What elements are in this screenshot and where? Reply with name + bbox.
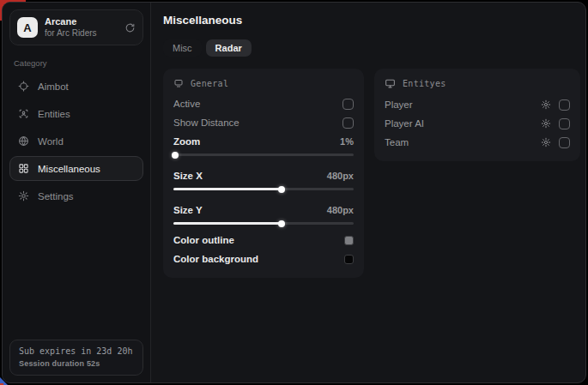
sidebar: A Arcane for Arc Riders Category xyxy=(3,3,151,382)
panel-general-header: General xyxy=(173,78,354,88)
crosshair-icon xyxy=(18,81,29,92)
sub-expiry-text: Sub expires in 23d 20h xyxy=(19,346,134,356)
zoom-value: 1% xyxy=(340,136,354,147)
grid-icon xyxy=(18,163,29,174)
setting-row-active: Active xyxy=(173,94,354,113)
subscription-info: Sub expires in 23d 20h Session duration … xyxy=(9,340,143,376)
entity-row-player: Player xyxy=(385,95,570,114)
setting-row-show-distance: Show Distance xyxy=(173,113,354,132)
active-checkbox[interactable] xyxy=(342,99,354,110)
zoom-slider-thumb[interactable] xyxy=(172,152,179,159)
color-outline-swatch[interactable] xyxy=(344,236,354,245)
tab-bar: Misc Radar xyxy=(163,39,580,57)
monitor-icon xyxy=(385,78,396,89)
zoom-slider[interactable] xyxy=(173,153,354,156)
panel-entities-header: Entityes xyxy=(385,78,570,89)
globe-icon xyxy=(18,135,29,147)
team-checkbox[interactable] xyxy=(559,137,570,148)
app-brand: A Arcane for Arc Riders xyxy=(9,9,143,45)
sidebar-item-miscellaneous[interactable]: Miscellaneous xyxy=(9,156,143,181)
panel-entities: Entityes Player xyxy=(374,69,580,161)
show-distance-checkbox[interactable] xyxy=(342,117,354,129)
setting-row-color-background: Color background xyxy=(173,250,354,268)
size-x-value: 480px xyxy=(327,171,354,181)
sidebar-item-label: World xyxy=(38,136,64,147)
desktop-background: A Arcane for Arc Riders Category xyxy=(0,0,588,385)
sidebar-item-label: Miscellaneous xyxy=(38,164,100,174)
sidebar-nav: Aimbot Entities Wo xyxy=(9,74,143,208)
brand-text: Arcane for Arc Riders xyxy=(45,16,97,39)
entity-label: Player AI xyxy=(385,118,424,129)
panel-general-title: General xyxy=(191,79,228,88)
setting-label: Size X xyxy=(173,171,203,181)
player-ai-settings-gear-icon[interactable] xyxy=(541,118,551,129)
page-title: Miscellaneous xyxy=(163,14,580,27)
size-y-slider[interactable] xyxy=(173,222,354,225)
sidebar-item-aimbot[interactable]: Aimbot xyxy=(9,74,143,99)
setting-label: Color background xyxy=(173,254,258,264)
size-y-slider-thumb[interactable] xyxy=(278,220,285,227)
sync-icon[interactable] xyxy=(124,22,136,33)
gear-icon xyxy=(18,190,29,202)
team-settings-gear-icon[interactable] xyxy=(541,137,551,147)
panel-general: General Active Show Distance Zoom 1% xyxy=(163,69,364,278)
tab-misc[interactable]: Misc xyxy=(163,39,202,57)
brand-title: Arcane xyxy=(45,16,97,28)
setting-label: Active xyxy=(173,99,200,109)
entity-controls xyxy=(541,99,570,111)
setting-row-size-y: Size Y 480px xyxy=(173,201,354,220)
sidebar-item-settings[interactable]: Settings xyxy=(9,183,143,208)
entity-label: Player xyxy=(385,99,413,110)
player-settings-gear-icon[interactable] xyxy=(541,99,551,110)
entity-controls xyxy=(541,118,570,129)
entity-controls xyxy=(541,137,570,148)
setting-row-color-outline: Color outline xyxy=(173,231,354,250)
size-x-slider-thumb[interactable] xyxy=(278,186,285,193)
category-label: Category xyxy=(14,58,139,68)
sidebar-item-label: Settings xyxy=(38,191,74,202)
size-x-slider[interactable] xyxy=(173,188,354,190)
color-background-swatch[interactable] xyxy=(344,255,354,264)
sidebar-item-label: Aimbot xyxy=(38,81,69,92)
panel-entities-title: Entityes xyxy=(403,79,446,88)
sidebar-item-world[interactable]: World xyxy=(9,129,143,153)
app-logo: A xyxy=(17,17,38,38)
entity-row-team: Team xyxy=(385,133,570,152)
size-y-value: 480px xyxy=(327,205,354,215)
sidebar-item-entities[interactable]: Entities xyxy=(9,101,143,126)
setting-row-zoom: Zoom 1% xyxy=(173,132,354,151)
setting-label: Show Distance xyxy=(173,117,239,128)
setting-label: Size Y xyxy=(173,205,203,215)
setting-label: Color outline xyxy=(173,235,234,245)
layout-icon xyxy=(173,78,184,88)
app-logo-letter: A xyxy=(23,21,31,34)
player-checkbox[interactable] xyxy=(559,99,570,111)
panels-container: General Active Show Distance Zoom 1% xyxy=(163,69,580,278)
sidebar-item-label: Entities xyxy=(38,109,70,119)
setting-row-size-x: Size X 480px xyxy=(173,166,354,185)
setting-label: Zoom xyxy=(173,136,200,147)
player-ai-checkbox[interactable] xyxy=(559,118,570,129)
main-content: Miscellaneous Misc Radar General xyxy=(151,3,586,382)
entity-row-player-ai: Player AI xyxy=(385,114,570,133)
session-duration-text: Session duration 52s xyxy=(19,359,134,368)
scan-person-icon xyxy=(18,108,29,119)
brand-subtitle: for Arc Riders xyxy=(45,28,97,39)
tab-radar[interactable]: Radar xyxy=(206,39,252,57)
app-window: A Arcane for Arc Riders Category xyxy=(2,2,586,383)
entity-label: Team xyxy=(385,137,409,147)
